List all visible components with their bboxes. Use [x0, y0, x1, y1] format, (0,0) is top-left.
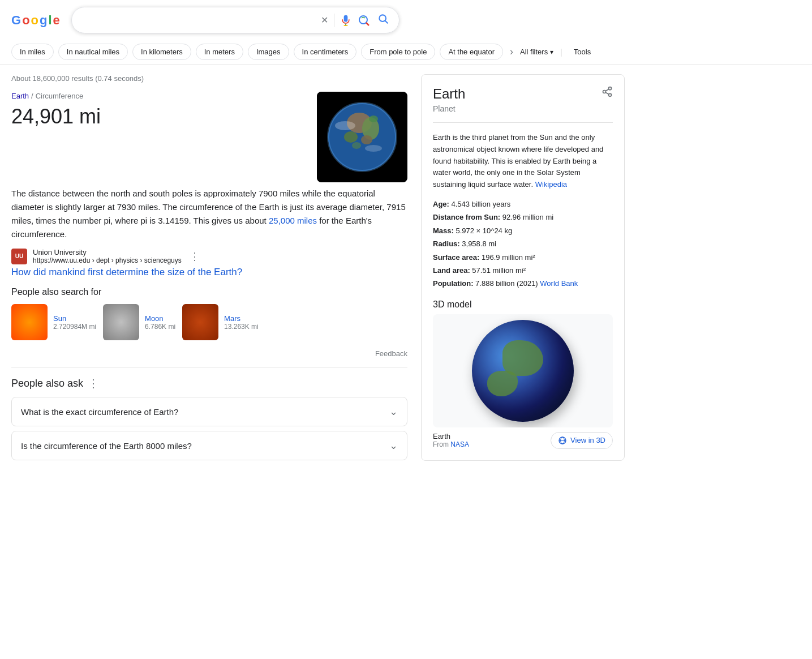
people-card-mars[interactable]: Mars 13.263K mi	[182, 304, 259, 340]
chip-in-kilometers[interactable]: In kilometers	[132, 44, 191, 60]
breadcrumb[interactable]: Earth / Circumference	[11, 92, 101, 100]
chip-images[interactable]: Images	[248, 44, 289, 60]
chip-in-centimeters[interactable]: In centimeters	[294, 44, 357, 60]
moon-sub: 6.786K mi	[145, 323, 175, 331]
people-cards: Sun 2.720984M mi Moon 6.786K mi	[11, 304, 407, 340]
paa-question-1: What is the exact circumference of Earth…	[21, 407, 178, 417]
tools-button[interactable]: Tools	[574, 48, 591, 56]
nasa-link[interactable]: NASA	[450, 440, 469, 448]
kp-fact-radius: Radius: 3,958.8 mi	[433, 237, 613, 250]
all-filters-label: All filters	[520, 48, 548, 56]
featured-snippet: Earth / Circumference 24,901 mi	[11, 92, 407, 278]
more-chips-button[interactable]: ›	[508, 44, 515, 60]
kp-fact-mass: Mass: 5.972 × 10^24 kg	[433, 224, 613, 237]
kp-3d-globe-container	[433, 314, 613, 427]
kp-description: Earth is the third planet from the Sun a…	[433, 132, 613, 191]
mars-sub: 13.263K mi	[224, 323, 259, 331]
search-bar-row: Google what is the circumference of the …	[11, 7, 801, 33]
main-layout: About 18,600,000 results (0.74 seconds) …	[0, 65, 679, 474]
kp-3d-globe	[472, 320, 574, 422]
kp-3d-title: 3D model	[433, 299, 613, 310]
kp-fact-surface-area: Surface area: 196.9 million mi²	[433, 251, 613, 264]
header: Google what is the circumference of the …	[0, 0, 812, 65]
paa-header: People also ask ⋮	[11, 376, 407, 390]
people-card-sun[interactable]: Sun 2.720984M mi	[11, 304, 96, 340]
svg-line-3	[366, 23, 369, 25]
chip-in-meters[interactable]: In meters	[196, 44, 243, 60]
wikipedia-link[interactable]: Wikipedia	[535, 180, 567, 189]
sun-image	[11, 304, 48, 340]
mars-name[interactable]: Mars	[224, 314, 259, 323]
people-also-search-title: People also search for	[11, 287, 407, 297]
kp-3d-label-group: Earth From NASA	[433, 432, 469, 448]
chip-from-pole-to-pole[interactable]: From pole to pole	[361, 44, 435, 60]
source-menu-icon[interactable]: ⋮	[190, 250, 200, 263]
chip-in-miles[interactable]: In miles	[11, 44, 54, 60]
view-3d-icon	[558, 436, 567, 445]
divider-vertical: |	[560, 48, 562, 57]
people-also-search-section: People also search for Sun 2.720984M mi …	[11, 287, 407, 340]
svg-point-20	[609, 93, 612, 96]
svg-point-13	[352, 142, 361, 149]
paa-title: People also ask	[11, 378, 83, 390]
mic-icon[interactable]	[340, 15, 351, 26]
kp-3d-footer: Earth From NASA View in 3D	[433, 432, 613, 449]
kp-title: Earth	[433, 86, 465, 102]
svg-point-11	[344, 131, 358, 143]
answer-value: 24,901 mi	[11, 105, 101, 129]
results-count: About 18,600,000 results (0.74 seconds)	[11, 74, 407, 83]
breadcrumb-entity-link[interactable]: Earth	[11, 92, 29, 100]
related-link[interactable]: How did mankind first determine the size…	[11, 267, 407, 278]
svg-point-16	[365, 145, 382, 152]
chip-at-the-equator[interactable]: At the equator	[440, 44, 503, 60]
search-bar: what is the circumference of the earth ✕	[71, 7, 399, 33]
world-bank-link[interactable]: World Bank	[540, 279, 578, 288]
sun-name[interactable]: Sun	[53, 314, 96, 323]
description-text: The distance between the north and south…	[11, 187, 407, 241]
breadcrumb-separator: /	[31, 92, 33, 100]
knowledge-panel: Earth Planet Earth is the third planet f…	[421, 74, 625, 461]
chips-row: In miles In nautical miles In kilometers…	[11, 39, 801, 65]
paa-options-icon[interactable]: ⋮	[88, 376, 99, 390]
svg-point-18	[609, 87, 612, 90]
view-in-3d-label: View in 3D	[570, 436, 605, 444]
people-card-moon[interactable]: Moon 6.786K mi	[103, 304, 175, 340]
filter-chevron-icon: ▾	[550, 48, 553, 56]
view-in-3d-button[interactable]: View in 3D	[551, 432, 613, 449]
chip-in-nautical-miles[interactable]: In nautical miles	[58, 44, 128, 60]
sun-sub: 2.720984M mi	[53, 323, 96, 331]
svg-point-19	[603, 91, 606, 93]
search-button[interactable]	[376, 12, 390, 28]
all-filters-button[interactable]: All filters ▾	[520, 48, 553, 56]
google-logo: Google	[11, 13, 60, 28]
paa-item-1[interactable]: What is the exact circumference of Earth…	[11, 397, 407, 426]
source-favicon: UU	[11, 249, 27, 264]
source-info: Union University https://www.uu.edu › de…	[33, 248, 182, 264]
breadcrumb-page: Circumference	[36, 92, 84, 100]
feedback-link[interactable]: Feedback	[375, 349, 407, 358]
clear-icon[interactable]: ✕	[321, 15, 328, 25]
paa-question-2: Is the circumference of the Earth 8000 m…	[21, 441, 192, 451]
source-url: https://www.uu.edu › dept › physics › sc…	[33, 256, 182, 264]
paa-expand-1-icon: ⌄	[389, 405, 398, 418]
svg-line-5	[385, 21, 388, 24]
left-column: About 18,600,000 results (0.74 seconds) …	[11, 74, 407, 465]
paa-item-2[interactable]: Is the circumference of the Earth 8000 m…	[11, 431, 407, 460]
moon-image	[103, 304, 139, 340]
kp-3d-source: From NASA	[433, 440, 469, 448]
people-also-ask-section: People also ask ⋮ What is the exact circ…	[11, 367, 407, 460]
svg-point-15	[335, 121, 355, 130]
kp-fact-land-area: Land area: 57.51 million mi²	[433, 264, 613, 277]
right-column: Earth Planet Earth is the third planet f…	[421, 74, 625, 465]
kp-facts: Age: 4.543 billion years Distance from S…	[433, 198, 613, 290]
share-icon	[602, 86, 613, 97]
paa-expand-2-icon: ⌄	[389, 439, 398, 452]
kp-share-button[interactable]	[602, 86, 613, 99]
moon-name[interactable]: Moon	[145, 314, 175, 323]
kp-fact-population: Population: 7.888 billion (2021) World B…	[433, 277, 613, 290]
highlight-link[interactable]: 25,000 miles	[269, 216, 317, 225]
svg-line-22	[605, 89, 609, 91]
google-lens-icon[interactable]	[357, 14, 371, 27]
feedback-row: Feedback	[11, 349, 407, 358]
search-input[interactable]: what is the circumference of the earth	[81, 15, 315, 25]
